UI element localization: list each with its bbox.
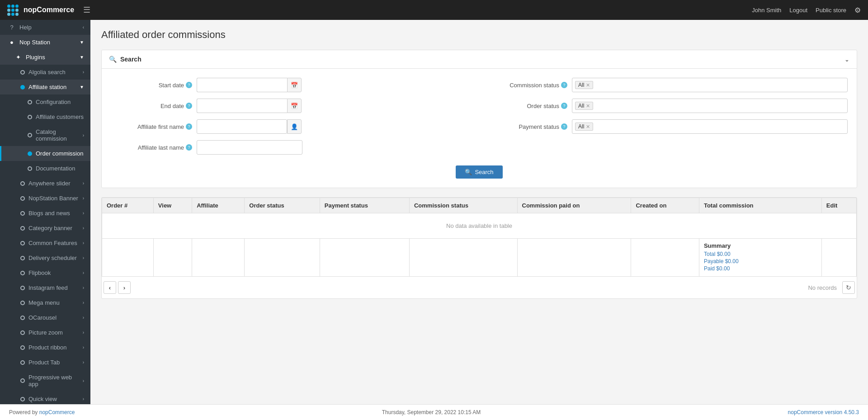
- sidebar-item-flipbook[interactable]: Flipbook ›: [0, 265, 90, 280]
- sidebar-item-delivery-scheduler[interactable]: Delivery scheduler ›: [0, 250, 90, 265]
- sidebar-item-ocarousel[interactable]: OCarousel ›: [0, 310, 90, 325]
- start-date-input[interactable]: [197, 78, 287, 92]
- sidebar-item-label: Picture zoom: [28, 329, 63, 336]
- circle-icon: [20, 360, 25, 365]
- empty-cell-7: [517, 239, 631, 277]
- sidebar-item-blogs-and-news[interactable]: Blogs and news ›: [0, 206, 90, 221]
- sidebar: ? Help ‹ ● Nop Station ▼ ✦ Plugins ▼ Alg…: [0, 20, 90, 404]
- sidebar-item-label: Affiliate customers: [36, 113, 84, 120]
- payment-status-row: Payment status ? All ✕: [486, 119, 848, 134]
- chevron-up-icon: ⌄: [844, 56, 849, 63]
- sidebar-item-label: Instagram feed: [28, 284, 68, 291]
- sidebar-item-instagram-feed[interactable]: Instagram feed ›: [0, 280, 90, 295]
- payment-status-tag: All ✕: [575, 123, 593, 131]
- public-store-link[interactable]: Public store: [816, 7, 846, 14]
- col-payment-status: Payment status: [320, 198, 409, 213]
- pagination: ‹ ›: [104, 281, 131, 294]
- settings-icon[interactable]: ⚙: [854, 6, 861, 14]
- footer-brand: Powered by nopCommerce: [9, 409, 75, 415]
- sidebar-item-label: Algolia search: [28, 69, 66, 76]
- end-date-help-icon[interactable]: ?: [186, 103, 192, 109]
- col-edit: Edit: [821, 198, 856, 213]
- start-date-calendar-icon[interactable]: 📅: [287, 78, 302, 92]
- affiliate-first-name-label: Affiliate first name ?: [111, 123, 192, 130]
- commission-status-tag-input[interactable]: All ✕: [572, 78, 848, 92]
- payment-status-tag-input[interactable]: All ✕: [572, 119, 848, 134]
- sidebar-item-plugins[interactable]: ✦ Plugins ▼: [0, 50, 90, 65]
- sidebar-item-order-commission[interactable]: Order commission: [0, 146, 90, 161]
- search-card-header[interactable]: 🔍 Search ⌄: [102, 50, 857, 69]
- summary-row: Summary Total $0.00 Payable $0.00 Paid $…: [102, 239, 857, 277]
- search-header-icon: 🔍: [109, 56, 117, 63]
- prev-page-button[interactable]: ‹: [104, 281, 116, 294]
- chevron-right-icon: ›: [83, 181, 84, 186]
- sidebar-item-quick-view[interactable]: Quick view ›: [0, 392, 90, 404]
- circle-icon: [20, 286, 25, 290]
- payment-status-help-icon[interactable]: ?: [561, 123, 567, 130]
- page-title: Affiliated order commissions: [101, 29, 857, 41]
- chevron-right-icon: ›: [83, 396, 84, 401]
- chevron-down-icon: ▼: [80, 55, 84, 60]
- search-card-header-left: 🔍 Search: [109, 56, 142, 63]
- chevron-down-icon: ▼: [80, 85, 84, 90]
- sidebar-item-mega-menu[interactable]: Mega menu ›: [0, 295, 90, 310]
- end-date-input[interactable]: [197, 99, 287, 113]
- next-page-button[interactable]: ›: [118, 281, 131, 294]
- commission-status-help-icon[interactable]: ?: [561, 82, 567, 88]
- commission-status-tag-remove[interactable]: ✕: [586, 82, 590, 88]
- sidebar-item-algolia-search[interactable]: Algolia search ›: [0, 65, 90, 80]
- chevron-right-icon: ›: [83, 70, 84, 75]
- chevron-right-icon: ›: [83, 330, 84, 335]
- refresh-button[interactable]: ↻: [842, 281, 855, 294]
- sidebar-item-label: Documentation: [36, 165, 75, 172]
- order-status-help-icon[interactable]: ?: [561, 103, 567, 109]
- affiliate-first-name-input[interactable]: [197, 119, 287, 134]
- affiliate-last-name-help-icon[interactable]: ?: [186, 144, 192, 151]
- circle-icon: [28, 115, 32, 119]
- sidebar-item-product-tab[interactable]: Product Tab ›: [0, 355, 90, 370]
- sidebar-item-affiliate-station[interactable]: Affiliate station ▼: [0, 80, 90, 94]
- hamburger-icon[interactable]: ☰: [83, 5, 90, 15]
- table-card: Order # View Affiliate Order status Paym…: [101, 197, 857, 299]
- search-button[interactable]: 🔍 Search: [456, 165, 502, 179]
- top-navbar: nopCommerce ☰ John Smith Logout Public s…: [0, 0, 868, 20]
- circle-icon: [20, 211, 25, 216]
- affiliate-last-name-input[interactable]: [197, 140, 302, 155]
- sidebar-item-anywhere-slider[interactable]: Anywhere slider ›: [0, 176, 90, 191]
- order-status-tag-remove[interactable]: ✕: [586, 103, 590, 109]
- sidebar-item-label: OCarousel: [28, 314, 57, 321]
- chevron-right-icon: ›: [83, 345, 84, 350]
- logout-link[interactable]: Logout: [789, 7, 807, 14]
- sidebar-item-configuration[interactable]: Configuration: [0, 94, 90, 109]
- affiliate-first-name-help-icon[interactable]: ?: [186, 123, 192, 130]
- sidebar-item-category-banner[interactable]: Category banner ›: [0, 221, 90, 236]
- sidebar-item-picture-zoom[interactable]: Picture zoom ›: [0, 325, 90, 340]
- brand-logo: [7, 5, 20, 16]
- footer-brand-link[interactable]: nopCommerce: [39, 409, 75, 415]
- col-created-on: Created on: [631, 198, 699, 213]
- sidebar-item-help[interactable]: ? Help ‹: [0, 20, 90, 35]
- sidebar-item-common-features[interactable]: Common Features ›: [0, 236, 90, 250]
- sidebar-item-product-ribbon[interactable]: Product ribbon ›: [0, 340, 90, 355]
- sidebar-item-progressive-web-app[interactable]: Progressive web app ›: [0, 370, 90, 392]
- table-card-body: Order # View Affiliate Order status Paym…: [102, 198, 857, 298]
- sidebar-item-documentation[interactable]: Documentation: [0, 161, 90, 176]
- start-date-help-icon[interactable]: ?: [186, 82, 192, 88]
- sidebar-item-label: Configuration: [36, 99, 71, 105]
- sidebar-item-affiliate-customers[interactable]: Affiliate customers: [0, 109, 90, 124]
- order-status-tag-input[interactable]: All ✕: [572, 99, 848, 113]
- commission-status-row: Commission status ? All ✕: [486, 78, 848, 92]
- sidebar-item-label: Affiliate station: [28, 84, 66, 90]
- sidebar-item-label: Catalog commission: [36, 128, 83, 142]
- circle-active-icon: [28, 151, 32, 156]
- sidebar-item-nop-station[interactable]: ● Nop Station ▼: [0, 35, 90, 50]
- sidebar-item-catalog-commission[interactable]: Catalog commission ›: [0, 124, 90, 146]
- payment-status-tag-remove[interactable]: ✕: [586, 124, 590, 130]
- sidebar-item-label: Progressive web app: [28, 374, 83, 387]
- sidebar-item-nopstation-banner[interactable]: NopStation Banner ›: [0, 191, 90, 206]
- sidebar-item-label: Mega menu: [28, 299, 60, 306]
- end-date-calendar-icon[interactable]: 📅: [287, 99, 302, 113]
- summary-total: Total $0.00: [704, 251, 817, 257]
- col-order-num: Order #: [102, 198, 154, 213]
- col-commission-status: Commission status: [409, 198, 517, 213]
